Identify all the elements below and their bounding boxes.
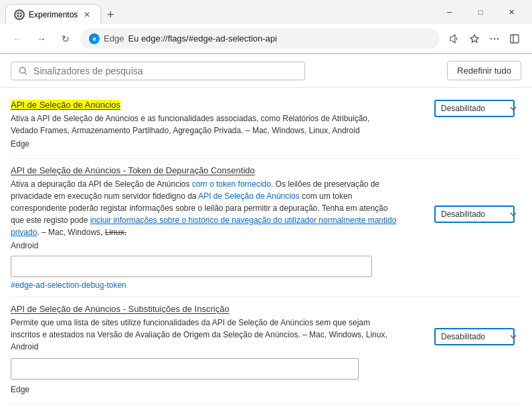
flag-1-dropdown[interactable]: Desabilitado Padrão Habilitado: [434, 100, 515, 117]
flag-3-title: API de Seleção de Anúncios - Substituiçõ…: [11, 304, 230, 314]
flag-1-desc: Ativa a API de Seleção de Anúncios e as …: [11, 112, 399, 137]
search-bar-area: Redefinir tudo: [0, 54, 532, 88]
flag-2-title: API de Seleção de Anúncios - Token de De…: [11, 165, 255, 175]
search-input[interactable]: [33, 66, 298, 76]
back-button[interactable]: ←: [8, 29, 27, 48]
flag-2-token-input[interactable]: [11, 256, 372, 277]
tab-close-button[interactable]: ✕: [82, 9, 92, 20]
title-bar: Experimentos ✕ + ─ □ ✕: [0, 0, 532, 24]
flag-item-2: API de Seleção de Anúncios - Token de De…: [11, 159, 521, 297]
edge-label: Edge: [104, 33, 124, 44]
favorites-icon[interactable]: [465, 29, 484, 48]
close-button[interactable]: ✕: [496, 0, 527, 24]
active-tab[interactable]: Experimentos ✕: [5, 4, 101, 24]
flag-item-1: API de Seleção de Anúncios Ativa a API d…: [11, 93, 521, 159]
flag-3-dropdown[interactable]: Desabilitado Padrão Habilitado: [434, 328, 515, 345]
flag-3-platform: Edge: [11, 385, 521, 394]
window-controls: ─ □ ✕: [434, 0, 527, 24]
edge-logo-icon: e: [89, 33, 100, 44]
new-tab-button[interactable]: +: [101, 5, 120, 24]
reset-button[interactable]: Redefinir tudo: [447, 61, 521, 80]
search-input-wrap[interactable]: [11, 62, 305, 80]
forward-button[interactable]: →: [32, 29, 51, 48]
address-bar-icons: [445, 29, 524, 48]
reload-button[interactable]: ↻: [56, 29, 75, 48]
flag-2-desc: Ativa a depuração da API de Seleção de A…: [11, 178, 399, 238]
maximize-button[interactable]: □: [465, 0, 496, 24]
more-options-icon[interactable]: [485, 29, 504, 48]
read-aloud-icon[interactable]: [445, 29, 464, 48]
tab-title: Experimentos: [29, 10, 78, 19]
svg-rect-6: [511, 35, 519, 43]
url-text: Eu edge://flags/#edge-ad-selection-api: [128, 33, 277, 44]
flag-2-dropdown[interactable]: Desabilitado Padrão Habilitado: [434, 205, 515, 223]
flag-1-platform: Edge: [11, 139, 399, 149]
minimize-button[interactable]: ─: [434, 0, 465, 24]
flag-1-title: API de Seleção de Anúncios: [11, 100, 120, 110]
flags-list: API de Seleção de Anúncios Ativa a API d…: [0, 88, 532, 413]
flag-2-anchor-link[interactable]: #edge-ad-selection-debug-token: [11, 280, 126, 290]
svg-point-4: [494, 37, 495, 39]
search-icon: [18, 66, 28, 76]
tab-icon: [14, 9, 25, 20]
sidebar-icon[interactable]: [505, 29, 524, 48]
svg-point-3: [491, 37, 492, 39]
tab-area: Experimentos ✕ +: [5, 0, 432, 24]
content-area: Redefinir tudo API de Seleção de Anúncio…: [0, 54, 532, 413]
url-bar[interactable]: e Edge Eu edge://flags/#edge-ad-selectio…: [80, 29, 440, 49]
flag-3-desc: Permite que uma lista de sites utilize f…: [11, 317, 399, 353]
svg-point-5: [497, 37, 499, 39]
svg-line-9: [25, 72, 27, 74]
flag-3-sites-input[interactable]: [11, 358, 359, 380]
flag-item-3: API de Seleção de Anúncios - Substituiçõ…: [11, 297, 521, 404]
svg-point-8: [19, 67, 25, 72]
flag-2-platform: Android: [11, 241, 399, 250]
address-bar: ← → ↻ e Edge Eu edge://flags/#edge-ad-se…: [0, 24, 532, 54]
